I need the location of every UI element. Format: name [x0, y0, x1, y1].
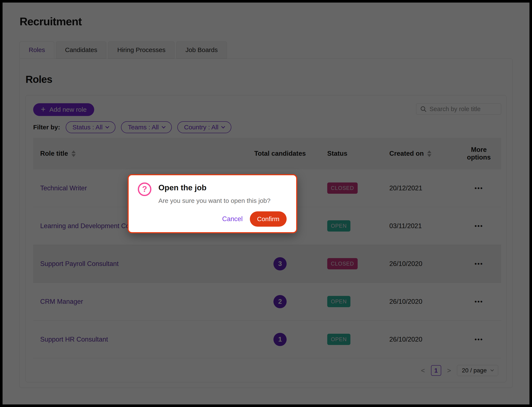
confirm-button[interactable]: Confirm [250, 211, 287, 227]
dialog-title: Open the job [158, 183, 206, 192]
question-icon: ? [138, 182, 151, 196]
dialog-message: Are you sure you want to open this job? [158, 197, 270, 204]
cancel-button[interactable]: Cancel [220, 215, 245, 223]
open-job-dialog: ? Open the job Are you sure you want to … [128, 174, 297, 233]
